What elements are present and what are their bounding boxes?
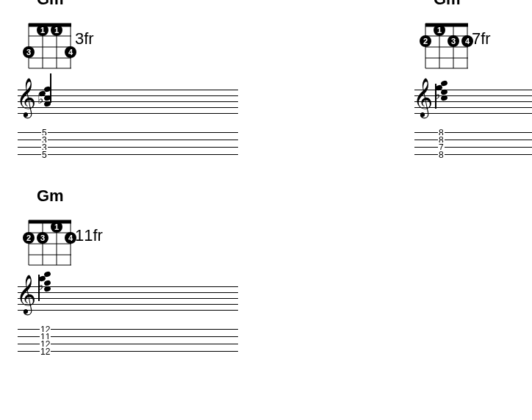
finger-dot: 2 — [420, 35, 431, 47]
finger-dot: 1 — [434, 24, 445, 36]
chord-block: Gm 1 2 3 4 11fr — [18, 203, 238, 358]
tab-number: 5 — [41, 150, 48, 160]
tab-staff: 8 8 7 8 — [414, 132, 532, 162]
fret-position-label: 7fr — [472, 29, 491, 48]
staff: 𝄞 ♭ — [18, 280, 238, 322]
chord-name-label: Gm — [37, 0, 64, 9]
treble-clef-icon: 𝄞 — [16, 81, 36, 115]
finger-dot: 1 — [51, 24, 62, 36]
grid-svg — [28, 10, 72, 69]
staff-lines — [18, 286, 238, 322]
finger-dot: 2 — [23, 232, 35, 244]
finger-dot: 1 — [37, 24, 48, 36]
chord-block: Gm 1 1 3 4 3fr — [18, 6, 238, 162]
finger-dot: 3 — [37, 232, 48, 244]
finger-dot: 3 — [23, 46, 35, 58]
chord-grid: 1 2 3 4 — [28, 207, 238, 266]
chord-grid: 1 1 3 4 — [28, 10, 238, 69]
fret-position-label: 3fr — [75, 29, 94, 48]
chord-block: Gm 1 2 3 4 7fr — [414, 6, 532, 162]
tab-staff: 5 3 3 5 — [18, 132, 238, 162]
finger-dot: 1 — [51, 221, 62, 233]
fret-position-label: 11fr — [75, 226, 103, 245]
staff: 𝄞 ♭ — [18, 84, 238, 125]
treble-clef-icon: 𝄞 — [16, 278, 36, 311]
chord-name-label: Gm — [37, 187, 64, 206]
treble-clef-icon: 𝄞 — [413, 81, 433, 115]
tab-staff: 12 11 12 12 — [18, 329, 238, 358]
finger-dot: 3 — [447, 35, 459, 47]
tab-number: 8 — [438, 150, 445, 160]
tab-number: 12 — [40, 347, 51, 357]
chord-name-label: Gm — [434, 0, 461, 9]
staff: 𝄞 ♭ — [414, 84, 532, 125]
